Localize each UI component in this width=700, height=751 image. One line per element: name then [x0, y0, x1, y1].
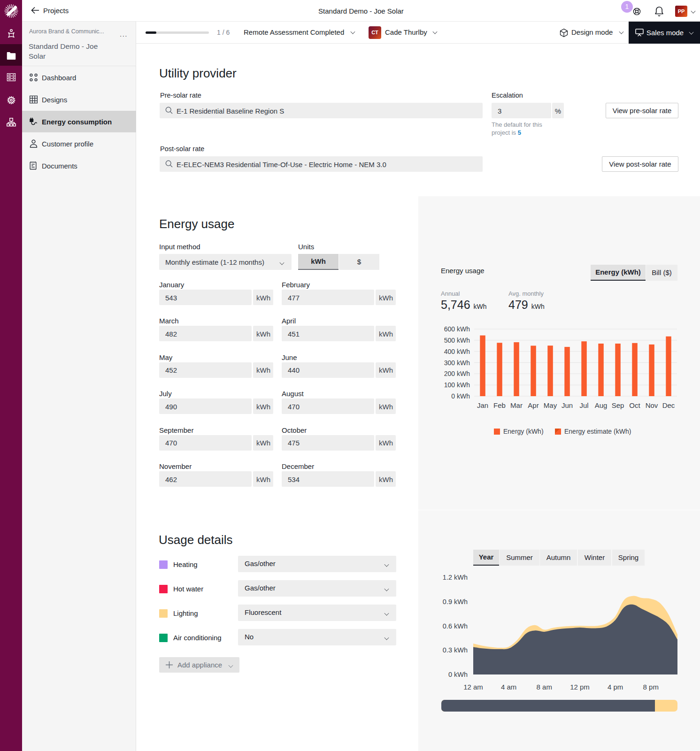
svg-text:12 am: 12 am: [463, 683, 483, 691]
svg-text:12 pm: 12 pm: [570, 683, 590, 691]
svg-text:May: May: [544, 401, 557, 409]
svg-text:Dec: Dec: [662, 401, 675, 409]
svg-text:0 kWh: 0 kWh: [451, 392, 470, 400]
svg-text:Apr: Apr: [528, 401, 538, 409]
svg-text:100 kWh: 100 kWh: [444, 381, 470, 389]
svg-text:200 kWh: 200 kWh: [444, 370, 470, 377]
svg-text:1.2 kWh: 1.2 kWh: [443, 574, 468, 581]
svg-text:0.6 kWh: 0.6 kWh: [443, 622, 468, 630]
svg-text:Feb: Feb: [493, 401, 506, 409]
svg-text:Aug: Aug: [595, 401, 608, 409]
svg-text:0 kWh: 0 kWh: [448, 671, 468, 678]
svg-text:8 pm: 8 pm: [643, 683, 659, 691]
svg-text:4 pm: 4 pm: [608, 683, 623, 691]
svg-text:Jul: Jul: [579, 401, 588, 409]
svg-text:Jun: Jun: [562, 401, 573, 409]
svg-text:Jan: Jan: [477, 401, 488, 409]
svg-text:Sep: Sep: [612, 401, 624, 409]
svg-text:600 kWh: 600 kWh: [444, 325, 470, 333]
svg-text:400 kWh: 400 kWh: [444, 348, 470, 355]
svg-text:Oct: Oct: [629, 401, 640, 409]
svg-text:Nov: Nov: [646, 401, 658, 409]
svg-text:0.9 kWh: 0.9 kWh: [443, 598, 468, 605]
svg-text:8 am: 8 am: [537, 683, 552, 691]
svg-text:Mar: Mar: [510, 401, 523, 409]
svg-text:4 am: 4 am: [501, 683, 516, 691]
svg-text:500 kWh: 500 kWh: [444, 337, 470, 344]
svg-text:300 kWh: 300 kWh: [444, 359, 470, 367]
svg-text:0.3 kWh: 0.3 kWh: [443, 646, 468, 654]
